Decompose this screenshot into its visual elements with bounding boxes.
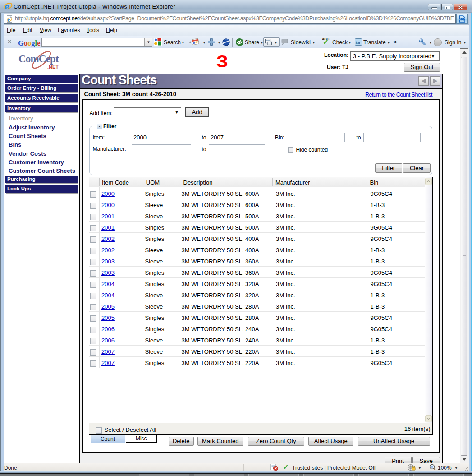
svg-text:e: e (8, 17, 10, 23)
svg-text:âa: âa (356, 40, 360, 45)
svg-text:e: e (5, 2, 9, 11)
